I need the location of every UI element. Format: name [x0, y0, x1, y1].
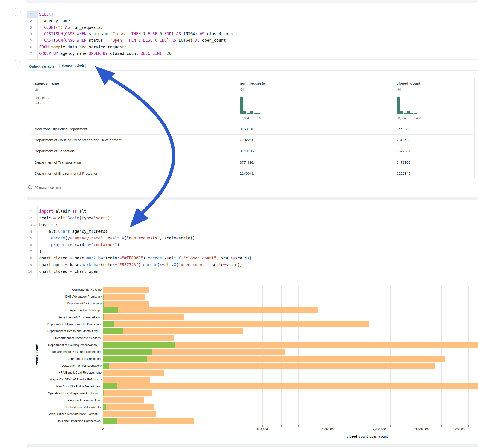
notebook-page: { "sql_cell": { "lines": [ {"n":"1","car…: [0, 0, 478, 448]
annotation-arrow: [0, 0, 478, 448]
